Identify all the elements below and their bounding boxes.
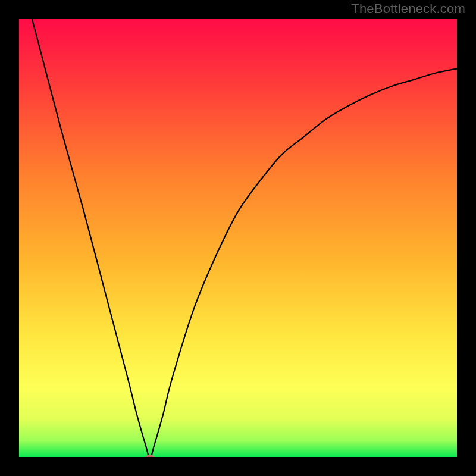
watermark-text: TheBottleneck.com: [351, 1, 465, 17]
bottleneck-chart: [0, 0, 476, 476]
chart-container: TheBottleneck.com: [0, 0, 476, 476]
plot-background: [18, 18, 458, 458]
